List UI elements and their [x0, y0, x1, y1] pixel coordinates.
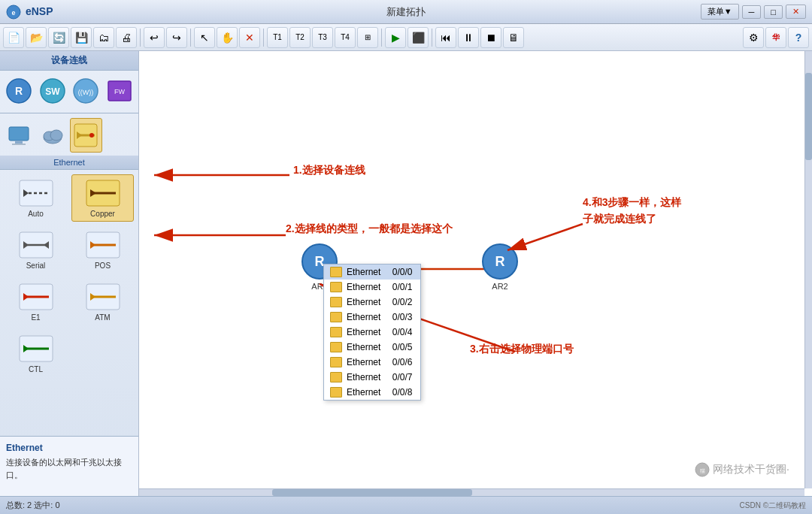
dropdown-item-2[interactable]: Ethernet 0/0/2	[324, 295, 420, 310]
pan-button[interactable]: ✋	[217, 27, 238, 48]
cable-copper[interactable]: Copper	[71, 174, 134, 222]
close-button[interactable]: ✕	[786, 5, 806, 19]
dropdown-item-4[interactable]: Ethernet 0/0/4	[324, 325, 420, 340]
svg-rect-11	[15, 141, 23, 144]
device-grid: R SW ((W))	[0, 71, 138, 111]
svg-text:R: R	[495, 254, 505, 269]
svg-rect-10	[9, 127, 29, 141]
device-switch[interactable]: SW	[37, 74, 69, 108]
t3-button[interactable]: T3	[312, 27, 333, 48]
folder-icon-0	[330, 267, 342, 277]
undo-button[interactable]: ↩	[144, 27, 165, 48]
dropdown-item-0[interactable]: Ethernet 0/0/0	[324, 265, 420, 280]
cables-scroll[interactable]: Auto Copper	[0, 170, 138, 436]
menu-button[interactable]: 菜单▼	[701, 4, 739, 20]
dropdown-item-1[interactable]: Ethernet 0/0/1	[324, 280, 420, 295]
device-wireless[interactable]: ((W))	[70, 74, 102, 108]
cap4-button[interactable]: 🖥	[503, 27, 524, 48]
cable-serial[interactable]: Serial	[5, 226, 67, 274]
folder-icon-2	[330, 297, 342, 307]
cable-auto-label: Auto	[28, 210, 44, 218]
annotation-step1: 1.选择设备连线	[293, 164, 365, 177]
dropdown-item-7[interactable]: Ethernet 0/0/7	[324, 370, 420, 385]
sep2	[190, 29, 191, 47]
help-button[interactable]: ?	[788, 27, 809, 48]
t5-button[interactable]: ⊞	[357, 27, 378, 48]
svg-rect-12	[12, 144, 26, 145]
toolbar: 📄 📂 🔄 💾 🗂 🖨 ↩ ↪ ↖ ✋ ✕ T1 T2 T3 T4 ⊞ ▶ ⬛ …	[0, 24, 812, 51]
endpoint-grid	[0, 115, 138, 156]
router-ar2[interactable]: R AR2	[481, 243, 519, 291]
vertical-scrollbar[interactable]	[804, 51, 812, 488]
stop-button[interactable]: ⬛	[408, 27, 429, 48]
minimize-button[interactable]: ─	[742, 5, 762, 19]
sep3	[263, 29, 264, 47]
folder-icon-7	[330, 372, 342, 382]
cable-pos-label: POS	[95, 262, 111, 270]
device-pc[interactable]	[3, 118, 35, 153]
svg-text:猫: 猫	[700, 468, 705, 473]
cable-e1[interactable]: E1	[5, 278, 67, 325]
device-router[interactable]: R	[3, 74, 35, 108]
device-firewall[interactable]: FW	[104, 74, 136, 108]
t4-button[interactable]: T4	[335, 27, 356, 48]
device-cable-selected[interactable]	[70, 118, 102, 153]
maximize-button[interactable]: □	[764, 5, 783, 19]
open-button[interactable]: 📂	[26, 27, 47, 48]
sep5	[432, 29, 432, 47]
window-title: 新建拓扑	[386, 5, 426, 19]
select-button[interactable]: ↖	[194, 27, 215, 48]
device-cable-separator	[0, 113, 138, 113]
folder-icon-4	[330, 327, 342, 337]
huawei-button[interactable]: 华	[765, 27, 786, 48]
play-button[interactable]: ▶	[385, 27, 406, 48]
v-scrollbar-thumb[interactable]	[805, 73, 812, 160]
cable-grid: Auto Copper	[0, 170, 138, 382]
cable-ctl-label: CTL	[29, 365, 43, 373]
dropdown-item-5[interactable]: Ethernet 0/0/5	[324, 340, 420, 355]
horizontal-scrollbar[interactable]	[139, 488, 804, 496]
info-title: Ethernet	[6, 443, 132, 453]
cable-ctl[interactable]: CTL	[5, 330, 67, 377]
cap3-button[interactable]: ⏹	[480, 27, 501, 48]
cable-atm-label: ATM	[95, 313, 110, 322]
redo-button[interactable]: ↪	[166, 27, 187, 48]
cable-auto[interactable]: Auto	[5, 174, 67, 222]
cable-pos[interactable]: POS	[71, 226, 134, 274]
title-bar: e eNSP 新建拓扑 菜单▼ ─ □ ✕	[0, 0, 812, 24]
svg-point-19	[89, 133, 94, 138]
cap2-button[interactable]: ⏸	[458, 27, 479, 48]
cap1-button[interactable]: ⏮	[435, 27, 456, 48]
t2-button[interactable]: T2	[289, 27, 311, 48]
title-bar-controls: 菜单▼ ─ □ ✕	[701, 4, 806, 20]
router-ar2-label: AR2	[492, 282, 508, 291]
port-dropdown[interactable]: Ethernet 0/0/0 Ethernet 0/0/1 Ethernet 0…	[323, 264, 421, 401]
t1-button[interactable]: T1	[267, 27, 288, 48]
delete-button[interactable]: ✕	[239, 27, 260, 48]
new-button[interactable]: 📄	[3, 27, 24, 48]
dropdown-item-3[interactable]: Ethernet 0/0/3	[324, 310, 420, 325]
h-scrollbar-thumb[interactable]	[272, 489, 472, 496]
dropdown-item-6[interactable]: Ethernet 0/0/6	[324, 355, 420, 370]
cable-copper-label: Copper	[90, 210, 115, 218]
title-bar-left: e eNSP	[6, 5, 53, 20]
settings-button[interactable]: ⚙	[743, 27, 764, 48]
cable-atm[interactable]: ATM	[71, 278, 134, 325]
save-button[interactable]: 💾	[71, 27, 92, 48]
annotation-step3: 3.右击选择物理端口号	[470, 343, 574, 356]
device-cloud[interactable]	[37, 118, 69, 153]
print-button[interactable]: 🖨	[116, 27, 137, 48]
status-copyright: CSDN ©二维码教程	[740, 500, 806, 511]
svg-point-15	[50, 130, 62, 141]
svg-text:FW: FW	[114, 88, 125, 95]
annotation-step4: 4.和3步骤一样，这样 子就完成连线了	[583, 194, 681, 228]
svg-text:e: e	[11, 9, 15, 17]
canvas-area[interactable]: R AR1 R AR2 Ethernet 0/0/0 Ethernet 0/0/…	[139, 51, 812, 496]
svg-text:((W)): ((W))	[78, 89, 93, 96]
annotation-arrows	[139, 51, 812, 496]
saveas-button[interactable]: 🗂	[93, 27, 114, 48]
folder-icon-5	[330, 342, 342, 352]
refresh-button[interactable]: 🔄	[48, 27, 69, 48]
cables-section-label: Ethernet	[0, 156, 138, 170]
dropdown-item-8[interactable]: Ethernet 0/0/8	[324, 385, 420, 400]
